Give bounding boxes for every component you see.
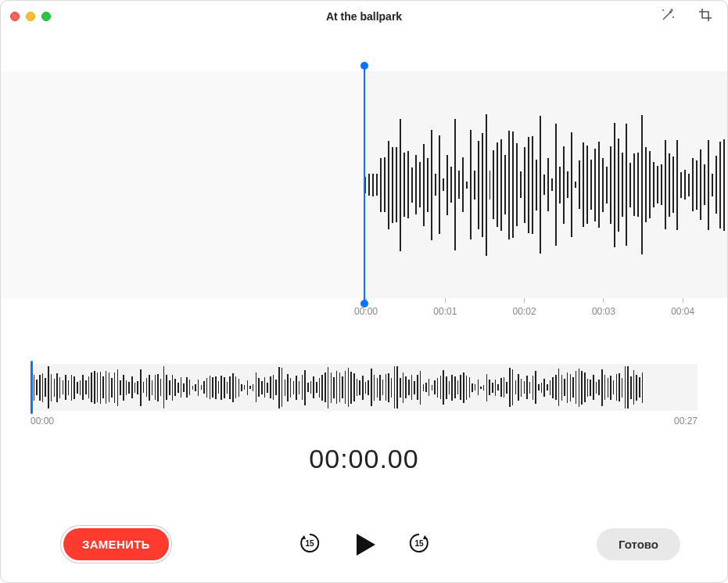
crop-icon[interactable] (698, 7, 713, 26)
play-button[interactable] (349, 529, 380, 560)
enhance-icon[interactable] (660, 7, 676, 26)
playhead[interactable] (364, 67, 365, 303)
replace-button[interactable]: ЗАМЕНИТЬ (63, 528, 169, 560)
svg-text:15: 15 (305, 539, 314, 548)
transport-controls: ЗАМЕНИТЬ 15 15 (1, 528, 727, 560)
waveform-overview[interactable] (30, 364, 698, 411)
current-timecode: 00:00.00 (1, 444, 727, 474)
titlebar: At the ballpark (1, 1, 727, 32)
voice-memo-edit-window: At the ballpark (0, 0, 728, 583)
close-window-button[interactable] (10, 12, 20, 21)
done-button[interactable]: Готово (597, 528, 680, 560)
overview-playhead[interactable] (30, 361, 33, 414)
minimize-window-button[interactable] (26, 12, 35, 21)
skip-forward-15-button[interactable]: 15 (407, 531, 432, 558)
zoom-window-button[interactable] (41, 12, 51, 21)
waveform-editor[interactable] (1, 71, 727, 298)
overview-start-time: 00:00 (30, 416, 54, 426)
overview-time-range: 00:00 00:27 (30, 416, 698, 426)
window-title: At the ballpark (1, 10, 727, 23)
svg-text:15: 15 (414, 539, 424, 548)
overview-end-time: 00:27 (674, 416, 698, 426)
traffic-lights (10, 12, 51, 21)
skip-back-15-button[interactable]: 15 (297, 531, 322, 558)
